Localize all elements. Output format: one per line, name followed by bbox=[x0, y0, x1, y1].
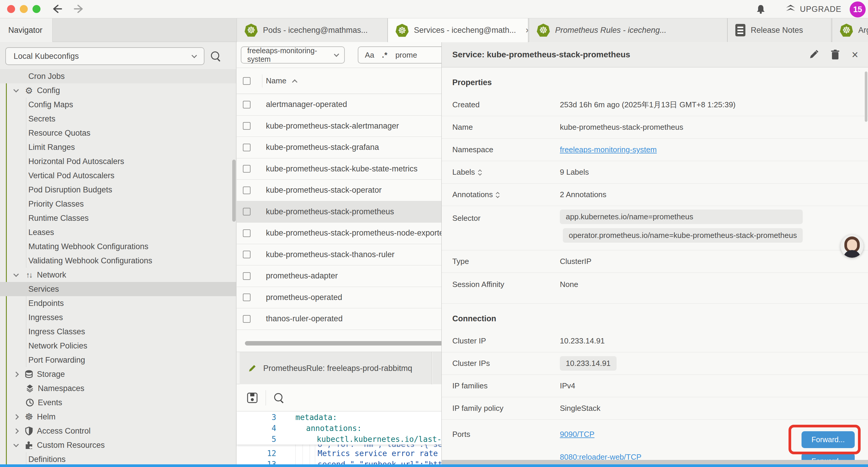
sidebar-item-pod-disruption-budgets[interactable]: Pod Disruption Budgets bbox=[0, 183, 236, 197]
sidebar-item-validating-webhook-configurations[interactable]: Validating Webhook Configurations bbox=[0, 254, 236, 268]
sidebar-item-port-forwarding[interactable]: Port Forwarding bbox=[0, 353, 236, 367]
chevron-down-icon[interactable] bbox=[13, 271, 19, 276]
name-column-header[interactable]: Name bbox=[266, 76, 297, 85]
tab-release-notes[interactable]: Release Notes bbox=[727, 18, 831, 42]
annotations-count[interactable]: 2 Annotations bbox=[560, 190, 607, 199]
port-link[interactable]: 9090/TCP bbox=[560, 430, 642, 439]
editor-tab-label: PrometheusRule: freeleaps-prod-rabbitmq bbox=[263, 364, 412, 373]
sidebar-item-config[interactable]: ⚙ Config bbox=[0, 83, 236, 97]
sidebar-item-config-maps[interactable]: Config Maps bbox=[0, 97, 236, 112]
delete-trash-icon[interactable] bbox=[831, 49, 840, 60]
row-checkbox[interactable] bbox=[243, 272, 251, 280]
window-bottom-accent bbox=[0, 464, 868, 467]
sidebar-item-mutating-webhook-configurations[interactable]: Mutating Webhook Configurations bbox=[0, 239, 236, 254]
code-line: metadata: bbox=[296, 412, 337, 423]
traffic-light-minimize-icon[interactable] bbox=[20, 5, 28, 13]
sidebar-item-namespaces[interactable]: Namespaces bbox=[0, 381, 236, 396]
notifications-bell-icon[interactable] bbox=[755, 4, 766, 14]
sidebar-item-access-control[interactable]: Access Control bbox=[0, 424, 236, 438]
sidebar-item-resource-quotas[interactable]: Resource Quotas bbox=[0, 126, 236, 140]
row-checkbox[interactable] bbox=[243, 101, 251, 109]
chevron-down-icon[interactable] bbox=[13, 87, 19, 92]
sidebar-item-custom-resources[interactable]: Custom Resources bbox=[0, 438, 236, 452]
close-icon[interactable]: × bbox=[852, 49, 858, 60]
tab-pods[interactable]: ☸ Pods - icecheng@mathmas... bbox=[237, 18, 388, 42]
labels-row: Labels 9 Labels bbox=[442, 161, 868, 183]
avatar[interactable] bbox=[840, 235, 864, 258]
sidebar-search-icon[interactable] bbox=[210, 51, 221, 61]
row-checkbox[interactable] bbox=[243, 186, 251, 194]
chevron-down-icon[interactable] bbox=[13, 442, 19, 447]
save-icon[interactable] bbox=[247, 392, 258, 404]
sidebar-item-events[interactable]: Events bbox=[0, 396, 236, 410]
namespace-filter-dropdown[interactable]: freeleaps-monitoring-system bbox=[241, 47, 345, 63]
row-checkbox[interactable] bbox=[243, 229, 251, 237]
editor-tab-prometheusrule[interactable]: PrometheusRule: freeleaps-prod-rabbitmq bbox=[240, 352, 432, 384]
tab-close-icon[interactable]: × bbox=[526, 25, 528, 35]
upgrade-button[interactable]: UPGRADE bbox=[785, 4, 841, 14]
detail-bottom-track bbox=[441, 460, 868, 464]
sidebar-item-network-policies[interactable]: Network Policies bbox=[0, 339, 236, 353]
select-all-checkbox[interactable] bbox=[243, 77, 251, 85]
cluster-ips-row: Cluster IPs 10.233.14.91 bbox=[442, 352, 868, 375]
tab-argo[interactable]: ☸ Argo Se bbox=[832, 18, 868, 42]
sidebar-item-network[interactable]: ↑↓ Network bbox=[0, 268, 236, 282]
detail-scrollbar[interactable] bbox=[865, 71, 867, 122]
sidebar-item-definitions[interactable]: Definitions bbox=[0, 452, 236, 464]
row-checkbox[interactable] bbox=[243, 293, 251, 301]
sidebar-item-runtime-classes[interactable]: Runtime Classes bbox=[0, 211, 236, 225]
resource-tree: Cron Jobs ⚙ Config Config Maps Secrets R… bbox=[0, 69, 236, 464]
row-checkbox[interactable] bbox=[243, 315, 251, 323]
cluster-ip-value: 10.233.14.91 bbox=[560, 337, 605, 346]
tab-prometheus-rules[interactable]: ☸ Prometheus Rules - icecheng... bbox=[529, 18, 727, 42]
sidebar-item-leases[interactable]: Leases bbox=[0, 225, 236, 239]
labels-count[interactable]: 9 Labels bbox=[560, 168, 589, 177]
row-checkbox[interactable] bbox=[243, 208, 251, 215]
back-arrow-icon[interactable] bbox=[51, 4, 63, 14]
port-link[interactable]: 8080:reloader-web/TCP bbox=[560, 453, 642, 461]
edit-pencil-icon[interactable] bbox=[809, 50, 819, 60]
kubernetes-icon: ☸ bbox=[396, 24, 409, 37]
code-line: annotations: bbox=[306, 423, 362, 434]
kubeconfig-selector[interactable]: Local Kubeconfigs bbox=[5, 47, 205, 65]
sidebar-item-horizontal-pod-autoscalers[interactable]: Horizontal Pod Autoscalers bbox=[0, 154, 236, 169]
namespaces-icon bbox=[25, 384, 35, 393]
tab-services[interactable]: ☸ Services - icecheng@math... × bbox=[388, 18, 528, 42]
sidebar-item-ingress-classes[interactable]: Ingress Classes bbox=[0, 324, 236, 339]
sidebar-item-ingresses[interactable]: Ingresses bbox=[0, 310, 236, 324]
navigator-sidebar: Local Kubeconfigs Cron Jobs ⚙ Config Con… bbox=[0, 42, 236, 464]
traffic-light-close-icon[interactable] bbox=[7, 5, 15, 13]
sidebar-item-helm[interactable]: ☸ Helm bbox=[0, 410, 236, 424]
sidebar-item-priority-classes[interactable]: Priority Classes bbox=[0, 197, 236, 211]
row-checkbox[interactable] bbox=[243, 122, 251, 130]
sidebar-item-limit-ranges[interactable]: Limit Ranges bbox=[0, 140, 236, 154]
regex-toggle[interactable]: .* bbox=[382, 51, 388, 60]
chevron-right-icon[interactable] bbox=[13, 428, 19, 434]
kubernetes-icon: ☸ bbox=[537, 24, 550, 37]
row-checkbox[interactable] bbox=[243, 144, 251, 151]
sidebar-item-endpoints[interactable]: Endpoints bbox=[0, 296, 236, 310]
expand-collapse-icon[interactable] bbox=[478, 169, 481, 176]
ip-family-policy-value: SingleStack bbox=[560, 404, 600, 413]
sidebar-item-secrets[interactable]: Secrets bbox=[0, 112, 236, 126]
forward-arrow-icon[interactable] bbox=[73, 4, 85, 14]
match-case-toggle[interactable]: Aa bbox=[365, 51, 374, 60]
sidebar-item-storage[interactable]: Storage bbox=[0, 367, 236, 381]
chevron-right-icon[interactable] bbox=[13, 414, 19, 419]
cluster-ip-row: Cluster IP 10.233.14.91 bbox=[442, 330, 868, 352]
sidebar-item-services[interactable]: Services bbox=[0, 282, 236, 296]
tab-bar: Navigator ☸ Pods - icecheng@mathmas... ☸… bbox=[0, 18, 868, 42]
connection-section-heading: Connection bbox=[442, 303, 868, 330]
tab-navigator[interactable]: Navigator bbox=[0, 18, 53, 42]
row-checkbox[interactable] bbox=[243, 251, 251, 258]
expand-collapse-icon[interactable] bbox=[496, 191, 499, 198]
row-checkbox[interactable] bbox=[243, 165, 251, 173]
editor-search-icon[interactable] bbox=[274, 392, 284, 403]
notification-count-badge[interactable]: 15 bbox=[850, 1, 866, 18]
chevron-right-icon[interactable] bbox=[13, 372, 19, 377]
sidebar-item-cron-jobs[interactable]: Cron Jobs bbox=[0, 69, 236, 83]
sidebar-scrollbar[interactable] bbox=[232, 159, 236, 222]
traffic-light-zoom-icon[interactable] bbox=[32, 5, 40, 13]
sidebar-item-vertical-pod-autoscalers[interactable]: Vertical Pod Autoscalers bbox=[0, 169, 236, 183]
namespace-link[interactable]: freeleaps-monitoring-system bbox=[560, 145, 657, 154]
